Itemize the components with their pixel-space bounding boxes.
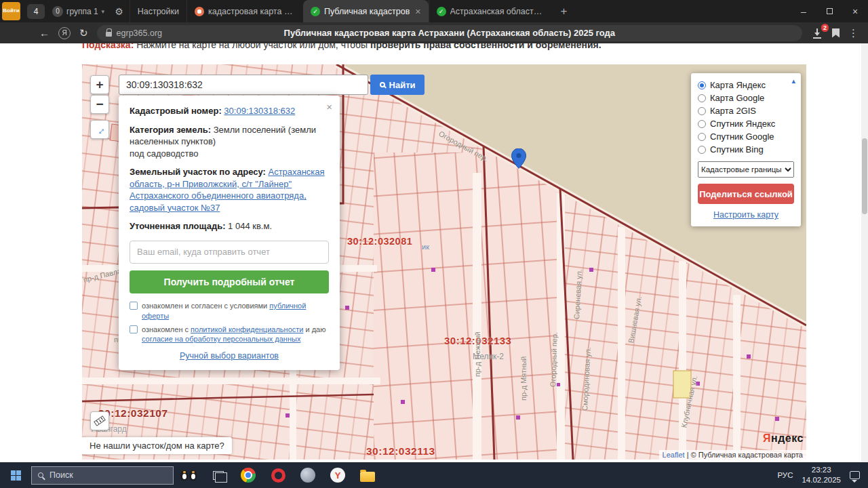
minimize-button[interactable]: – — [791, 0, 816, 22]
gear-icon[interactable]: ⚙ — [108, 6, 130, 17]
menu-dots-icon[interactable]: ⋮ — [848, 27, 859, 39]
email-field[interactable] — [130, 241, 329, 264]
not-found-button[interactable]: Не нашли участок/дом на карте? — [82, 437, 232, 454]
radio-icon — [698, 94, 706, 102]
consent-privacy-row: ознакомлен с политикой конфиденциальност… — [130, 325, 329, 345]
hint-bold: проверить права собственности и обремене… — [370, 43, 601, 50]
parcel-address-label: Земельный участок по адресу: — [130, 167, 266, 177]
penguin-widget[interactable] — [174, 462, 203, 488]
privacy-checkbox[interactable] — [130, 325, 138, 333]
maximize-button[interactable] — [816, 0, 842, 22]
tab-label: Астраханская область, р — [450, 7, 545, 16]
tab-group-label: группа 1 — [66, 7, 98, 16]
hint-label: Подсказка: — [82, 43, 134, 50]
close-tab-icon[interactable]: × — [415, 6, 420, 17]
map-marker-pin[interactable] — [511, 148, 526, 169]
layer-option-yandex-map[interactable]: Карта Яндекс — [698, 79, 794, 92]
back-icon[interactable]: ← — [39, 27, 50, 39]
notifications-icon[interactable] — [850, 471, 860, 479]
tab-cadastral-map-site[interactable]: кадастровая карта публ — [186, 0, 303, 22]
layer-option-google-satellite[interactable]: Спутник Google — [698, 130, 794, 143]
taskbar: Поиск РУС 23:23 14.02.2025 — [0, 462, 868, 488]
reload-icon[interactable]: ↻ — [79, 27, 88, 39]
site-favicon-icon — [195, 7, 204, 16]
yandex-feature-icon[interactable]: Я — [58, 27, 71, 39]
parcel-area-row: Уточненная площадь: 1 044 кв.м. — [130, 220, 329, 232]
popup-close-icon[interactable]: × — [326, 100, 332, 114]
layer-option-google-map[interactable]: Карта Google — [698, 92, 794, 104]
tab-bar: Войти 4 0 группа 1 ▾ ⚙ Настройки кадастр… — [0, 0, 868, 22]
leaflet-link[interactable]: Leaflet — [663, 451, 685, 459]
yandex-browser-icon[interactable] — [323, 462, 353, 488]
parcel-info-popup: × Кадастровый номер: 30:09:130318:632 Ка… — [119, 96, 340, 370]
taskbar-search-placeholder: Поиск — [50, 470, 73, 480]
downloads-badge: 2 — [821, 24, 829, 32]
taskbar-tray: РУС 23:23 14.02.2025 — [777, 465, 868, 485]
tab-settings[interactable]: Настройки — [130, 0, 186, 22]
tab-group-button[interactable]: 0 группа 1 ▾ — [48, 0, 108, 22]
task-view-button[interactable] — [203, 462, 233, 488]
language-indicator[interactable]: РУС — [777, 471, 793, 479]
search-icon — [380, 82, 385, 87]
parcel-area-value: 1 044 кв.м. — [228, 221, 272, 231]
chrome-icon[interactable] — [233, 462, 263, 488]
layer-option-yandex-satellite[interactable]: Спутник Яндекс — [698, 117, 794, 130]
url-bar[interactable]: egrp365.org Публичная кадастровая карта … — [97, 25, 802, 41]
offer-checkbox[interactable] — [130, 302, 138, 310]
scrollbar-thumb[interactable] — [862, 138, 867, 214]
quarter-label: 30:12:032113 — [366, 445, 435, 458]
personal-data-link[interactable]: согласие на обработку персональных данны… — [142, 335, 300, 343]
consent-offer-row: ознакомлен и согласен с условиями публич… — [130, 301, 329, 321]
share-link-button[interactable]: Поделиться ссылкой — [698, 184, 794, 204]
layer-option-2gis-map[interactable]: Карта 2GIS — [698, 104, 794, 117]
start-button[interactable] — [0, 462, 31, 488]
manual-selection-link[interactable]: Ручной выбор вариантов — [130, 350, 329, 362]
measure-button[interactable] — [90, 411, 109, 430]
zoom-out-button[interactable]: − — [90, 95, 109, 114]
clock-time: 23:23 — [802, 465, 841, 475]
layers-panel: ▴ Карта Яндекс Карта Google Карта 2GIS С… — [691, 73, 801, 226]
privacy-policy-link[interactable]: политикой конфиденциальности — [191, 325, 303, 333]
configure-map-link[interactable]: Настроить карту — [698, 210, 794, 220]
page-scrollbar[interactable] — [861, 43, 868, 462]
expand-icon: ↔ — [92, 122, 108, 138]
chevron-down-icon: ▾ — [102, 8, 105, 15]
bookmark-flag-icon[interactable] — [832, 28, 840, 38]
opera-icon[interactable] — [263, 462, 293, 488]
check-icon: ✓ — [311, 7, 320, 16]
land-category-row: Категория земель: Земли поселений (земли… — [130, 124, 329, 160]
parcel-address-row: Земельный участок по адресу: Астраханска… — [130, 166, 329, 214]
consent-offer-text-part: ознакомлен и согласен с условиями — [142, 302, 267, 310]
street-label: пр-д Мятный — [519, 357, 528, 401]
layer-option-bing-satellite[interactable]: Спутник Bing — [698, 143, 794, 156]
downloads-icon[interactable]: 2 — [811, 28, 823, 39]
boundaries-select[interactable]: Кадастровые границы 2025 — [698, 161, 794, 178]
clock[interactable]: 23:23 14.02.2025 — [802, 465, 841, 485]
search-icon — [38, 472, 43, 478]
tab-counter-button[interactable]: 4 — [27, 4, 45, 19]
fullscreen-button[interactable]: ↔ — [90, 120, 109, 139]
cadastral-search-input[interactable] — [119, 75, 368, 95]
yandex-login-badge[interactable]: Войти — [2, 2, 20, 20]
search-button[interactable]: Найти — [370, 75, 425, 95]
app-icon-gray[interactable] — [293, 462, 323, 488]
ruler-icon — [94, 415, 106, 426]
collapse-panel-icon[interactable]: ▴ — [791, 77, 795, 85]
consent-privacy-text-part1: ознакомлен с — [142, 325, 189, 333]
cadastral-map[interactable]: 30:12:032081 30:12:032133 30:12:032107 3… — [82, 64, 806, 460]
layer-option-label: Карта Яндекс — [710, 80, 766, 90]
taskbar-search[interactable]: Поиск — [31, 466, 174, 485]
layer-option-label: Спутник Bing — [710, 144, 764, 155]
consent-privacy-text: ознакомлен с политикой конфиденциальност… — [142, 325, 329, 345]
page-content: Подсказка: Нажмите на карте на любой уча… — [0, 43, 868, 462]
tab-public-cadastral-active[interactable]: ✓ Публичная кадастров × — [303, 0, 429, 22]
zoom-in-button[interactable]: + — [90, 75, 109, 94]
new-tab-button[interactable]: + — [552, 5, 576, 18]
radio-selected-icon — [698, 81, 706, 89]
get-report-button[interactable]: Получить подробный отчет — [130, 270, 329, 293]
close-window-button[interactable]: × — [842, 0, 868, 22]
search-button-label: Найти — [389, 80, 416, 90]
tab-astrakhan-region[interactable]: ✓ Астраханская область, р — [429, 0, 552, 22]
cadastral-number-link[interactable]: 30:09:130318:632 — [224, 106, 295, 116]
folder-icon[interactable] — [353, 462, 382, 488]
